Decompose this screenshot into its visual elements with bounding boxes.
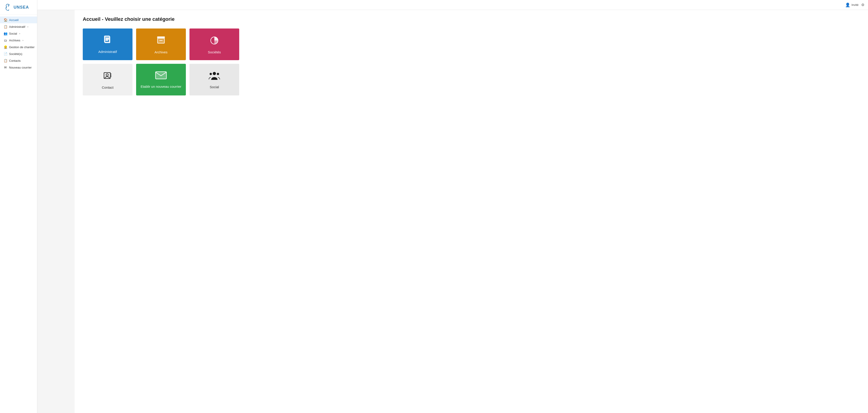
contacts-icon: 📋 xyxy=(4,59,7,62)
card-societes[interactable]: Sociétés xyxy=(189,29,239,60)
archive-box-icon xyxy=(156,35,166,48)
sidebar-item-administratif-label: Administratif xyxy=(9,25,25,29)
sidebar-item-administratif[interactable]: 📋 Administratif › xyxy=(0,23,37,30)
card-social[interactable]: Social xyxy=(189,64,239,95)
logo-text: UNSEA xyxy=(13,5,29,10)
sidebar-item-accueil[interactable]: 🏠 Accueil xyxy=(0,17,37,23)
user-avatar-icon: 👤 xyxy=(845,2,850,7)
sidebar-item-contacts[interactable]: 📋 Contacts xyxy=(0,57,37,64)
sidebar-item-archives-label: Archives xyxy=(9,39,20,42)
sidebar-navigation: 🏠 Accueil 📋 Administratif › 👥 Social › 🗂… xyxy=(0,15,37,72)
user-menu[interactable]: 👤 Invité xyxy=(845,2,859,7)
sidebar-item-social-label: Social xyxy=(9,32,17,35)
header: 👤 Invité ⚙ xyxy=(37,0,868,10)
seahorse-logo-icon xyxy=(4,3,12,11)
svg-rect-9 xyxy=(156,72,166,79)
sidebar-item-nouveau-courrier-label: Nouveau courrier xyxy=(9,66,32,69)
construction-icon: 👷 xyxy=(4,45,7,49)
file-text-icon xyxy=(103,35,113,47)
card-archives-label: Archives xyxy=(154,50,167,54)
sidebar-item-contacts-label: Contacts xyxy=(9,59,21,62)
home-icon: 🏠 xyxy=(4,18,7,22)
svg-point-0 xyxy=(8,5,8,6)
svg-point-10 xyxy=(213,72,216,75)
card-administratif[interactable]: Administratif xyxy=(83,29,132,60)
sidebar-item-archives[interactable]: 🗂 Archives › xyxy=(0,37,37,43)
company-icon: 📄 xyxy=(4,52,7,56)
pie-chart-icon xyxy=(209,35,220,48)
sidebar-item-gestion-chantier[interactable]: 👷 Gestion de chantier xyxy=(0,43,37,51)
card-nouveau-courrier-label: Etablir un nouveau courrier xyxy=(141,85,181,88)
file-icon: 📋 xyxy=(4,25,7,29)
envelope-icon xyxy=(155,71,167,82)
card-administratif-label: Administratif xyxy=(98,50,117,54)
svg-point-11 xyxy=(210,73,212,75)
chevron-right-icon-social: › xyxy=(19,32,20,35)
people-icon: 👥 xyxy=(4,32,7,35)
sidebar-item-social[interactable]: 👥 Social › xyxy=(0,30,37,37)
svg-point-12 xyxy=(217,73,219,75)
card-contact[interactable]: Contact xyxy=(83,64,132,95)
card-archives[interactable]: Archives xyxy=(136,29,186,60)
sidebar-item-societes[interactable]: 📄 Société(s) xyxy=(0,51,37,57)
settings-gear-icon[interactable]: ⚙ xyxy=(861,3,864,7)
card-societes-label: Sociétés xyxy=(208,50,221,54)
group-people-icon xyxy=(209,70,220,82)
mail-icon: ✉ xyxy=(4,66,7,69)
user-label: Invité xyxy=(851,3,859,6)
category-grid: Administratif Archives Soc xyxy=(83,29,860,95)
sidebar-item-nouveau-courrier[interactable]: ✉ Nouveau courrier xyxy=(0,64,37,71)
card-nouveau-courrier[interactable]: Etablir un nouveau courrier xyxy=(136,64,186,95)
sidebar-item-accueil-label: Accueil xyxy=(9,18,19,22)
contact-card-icon xyxy=(102,70,113,83)
main-content: Accueil - Veuillez choisir une catégorie… xyxy=(74,10,868,413)
card-social-label: Social xyxy=(210,85,219,89)
svg-point-8 xyxy=(106,74,108,76)
sidebar-logo: UNSEA xyxy=(0,0,37,15)
sidebar-item-societes-label: Société(s) xyxy=(9,52,22,56)
chevron-right-icon: › xyxy=(28,26,28,28)
archive-icon: 🗂 xyxy=(4,38,7,42)
page-title: Accueil - Veuillez choisir une catégorie xyxy=(83,16,860,22)
chevron-right-icon-archives: › xyxy=(23,39,23,41)
card-contact-label: Contact xyxy=(102,86,114,89)
sidebar-item-gestion-chantier-label: Gestion de chantier xyxy=(9,46,35,49)
sidebar: UNSEA 🏠 Accueil 📋 Administratif › 👥 Soci… xyxy=(0,0,37,413)
